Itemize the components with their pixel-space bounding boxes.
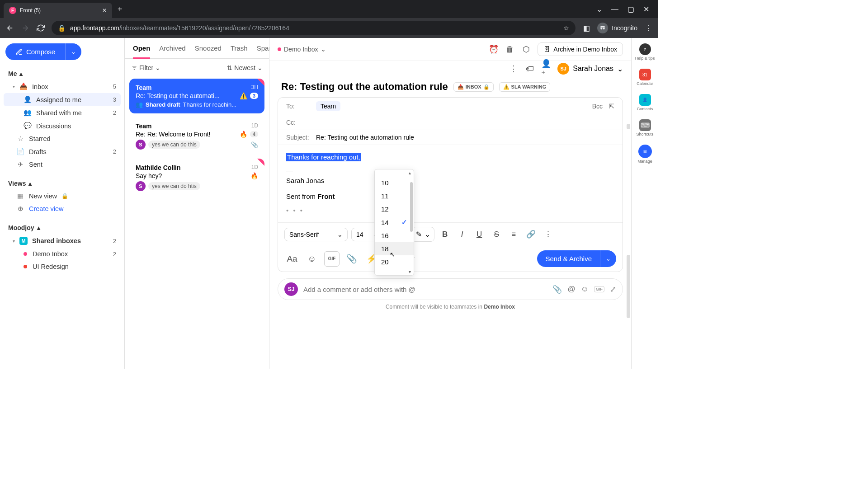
sidebar-item-demo-inbox[interactable]: Demo Inbox 2 xyxy=(4,248,121,260)
sidebar-item-shared-inboxes[interactable]: ▾ M Shared inboxes 2 xyxy=(4,234,121,248)
font-size-option[interactable]: 16 xyxy=(375,229,414,242)
minimize-icon[interactable]: ― xyxy=(611,5,618,14)
tab-trash[interactable]: Trash xyxy=(231,44,248,58)
section-moodjoy[interactable]: Moodjoy ▴ xyxy=(4,221,121,234)
bookmark-icon[interactable]: ☆ xyxy=(563,24,569,32)
attachment-icon[interactable]: 📎 xyxy=(552,285,562,294)
cc-field[interactable]: Cc: xyxy=(278,115,623,130)
archive-button[interactable]: 🗄 Archive in Demo Inbox xyxy=(538,42,623,56)
font-size-option[interactable]: 11 xyxy=(375,189,414,202)
section-views[interactable]: Views ▴ xyxy=(4,177,121,190)
forward-icon[interactable] xyxy=(21,23,30,33)
sidebar-item-sent[interactable]: ✈ Sent xyxy=(4,158,121,171)
trash-icon[interactable]: 🗑 xyxy=(505,44,515,54)
sidebar-item-discussions[interactable]: 💬 Discussions xyxy=(4,119,121,132)
sidebar-item-create-view[interactable]: ⊕ Create view xyxy=(4,202,121,215)
sidebar-item-ui-redesign[interactable]: UI Redesign xyxy=(4,260,121,273)
to-field[interactable]: To: Team Bcc ⇱ xyxy=(278,98,623,115)
maximize-icon[interactable]: ▢ xyxy=(627,5,634,14)
browser-menu-icon[interactable]: ⋮ xyxy=(644,23,653,33)
section-me[interactable]: Me ▴ xyxy=(4,67,121,80)
assignee-selector[interactable]: SJ Sarah Jonas ⌄ xyxy=(557,63,623,75)
reload-icon[interactable] xyxy=(36,23,45,33)
message-body[interactable]: Thanks for reaching out, — Sarah Jonas S… xyxy=(278,145,623,222)
conversation-card[interactable]: Team1D Re: Re: Welcome to Front! 🔥 4 S y… xyxy=(129,117,264,155)
scrollbar[interactable] xyxy=(627,255,630,318)
spam-icon[interactable]: ⬡ xyxy=(521,44,531,54)
inbox-selector[interactable]: Demo Inbox ⌄ xyxy=(278,46,326,53)
inbox-tag[interactable]: 📥 INBOX 🔒 xyxy=(453,82,494,92)
conversation-card[interactable]: Mathilde Collin1D Say hey? 🔥 S yes we ca… xyxy=(129,159,264,197)
italic-icon[interactable]: I xyxy=(455,228,469,241)
more-icon[interactable]: ⋮ xyxy=(509,64,519,74)
rail-help[interactable]: ?Help & tips xyxy=(635,43,655,61)
conversation-list: Open Archived Snoozed Trash Spam Filter … xyxy=(125,38,269,369)
warning-icon: ⚠️ xyxy=(240,92,247,99)
send-archive-button[interactable]: Send & Archive xyxy=(537,250,600,267)
snooze-icon[interactable]: ⏰ xyxy=(489,44,499,54)
avatar: SJ xyxy=(557,63,569,75)
font-size-option[interactable]: 14✓ xyxy=(375,216,414,229)
scroll-down-icon[interactable]: ▾ xyxy=(375,268,414,275)
scrollbar[interactable] xyxy=(410,182,413,232)
comment-input[interactable] xyxy=(303,286,547,293)
sla-tag[interactable]: ⚠️ SLA WARNING xyxy=(499,82,551,92)
tab-close-icon[interactable]: ✕ xyxy=(102,7,107,14)
font-size-option[interactable]: 12 xyxy=(375,202,414,216)
sidebar-item-shared[interactable]: 👥 Shared with me 2 xyxy=(4,106,121,119)
tab-dropdown-icon[interactable]: ⌄ xyxy=(596,5,602,14)
popout-icon[interactable]: ⇱ xyxy=(609,103,614,110)
extensions-icon[interactable]: ◧ xyxy=(582,23,591,33)
send-dropdown[interactable]: ⌄ xyxy=(600,250,616,267)
bold-icon[interactable]: B xyxy=(438,228,452,241)
sidebar-item-new-view[interactable]: ▦ New view 🔒 xyxy=(4,190,121,202)
rail-contacts[interactable]: 👤Contacts xyxy=(637,94,653,111)
expand-icon[interactable]: ⤢ xyxy=(610,285,616,294)
highlight-color-button[interactable]: ✎⌄ xyxy=(412,227,434,242)
url-bar[interactable]: 🔒 app.frontapp.com/inboxes/teammates/156… xyxy=(52,21,576,35)
sidebar-item-assigned[interactable]: 👤 Assigned to me 3 xyxy=(4,93,121,106)
rail-manage[interactable]: ⊞Manage xyxy=(637,145,652,164)
sidebar-item-inbox[interactable]: ▾ 📥 Inbox 5 xyxy=(4,80,121,93)
new-tab-button[interactable]: + xyxy=(118,5,123,14)
assign-icon[interactable]: 👤⁺ xyxy=(541,64,551,74)
sort-button[interactable]: ⇅ Newest ⌄ xyxy=(227,64,263,71)
compose-button[interactable]: Compose xyxy=(5,43,65,60)
strikethrough-icon[interactable]: S xyxy=(490,228,503,241)
tab-archived[interactable]: Archived xyxy=(159,44,185,58)
font-family-select[interactable]: Sans-Serif⌄ xyxy=(284,228,348,241)
more-format-icon[interactable]: ⋮ xyxy=(541,228,555,241)
browser-tab[interactable]: F Front (5) ✕ xyxy=(4,3,112,18)
filter-button[interactable]: Filter ⌄ xyxy=(131,64,160,71)
close-window-icon[interactable]: ✕ xyxy=(643,5,649,14)
gif-icon[interactable]: GIF xyxy=(324,251,340,267)
list-icon[interactable]: ≡ xyxy=(507,228,520,241)
back-icon[interactable] xyxy=(5,23,14,33)
rail-calendar[interactable]: 31Calendar xyxy=(637,69,653,86)
dot-icon xyxy=(278,47,281,51)
bcc-toggle[interactable]: Bcc xyxy=(592,103,603,110)
emoji-icon[interactable]: ☺ xyxy=(581,285,589,294)
font-size-option[interactable]: 10 xyxy=(375,176,414,189)
scroll-up-icon[interactable]: ▴ xyxy=(375,169,414,176)
compose-dropdown[interactable]: ⌄ xyxy=(65,43,81,60)
attachment-icon[interactable]: 📎 xyxy=(344,251,359,267)
sidebar-item-drafts[interactable]: 📄 Drafts 2 xyxy=(4,145,121,158)
link-icon[interactable]: 🔗 xyxy=(524,228,538,241)
subject-field[interactable]: Subject: Re: Testing out the automation … xyxy=(278,130,623,145)
rail-shortcuts[interactable]: ⌨Shortcuts xyxy=(636,119,653,136)
text-style-icon[interactable]: Aa xyxy=(284,251,300,267)
comment-bar[interactable]: SJ 📎 @ ☺ GIF ⤢ xyxy=(278,278,623,300)
mention-icon[interactable]: @ xyxy=(567,285,575,294)
recipient-chip[interactable]: Team xyxy=(316,101,340,111)
conversation-card[interactable]: Team3H Re: Testing out the automati... ⚠… xyxy=(129,79,264,113)
tab-snoozed[interactable]: Snoozed xyxy=(195,44,222,58)
tag-icon[interactable]: 🏷 xyxy=(525,64,535,74)
emoji-icon[interactable]: ☺ xyxy=(304,251,320,267)
sidebar-item-starred[interactable]: ☆ Starred xyxy=(4,132,121,145)
gif-icon[interactable]: GIF xyxy=(594,286,604,292)
underline-icon[interactable]: U xyxy=(472,228,486,241)
scrollbar[interactable] xyxy=(627,124,630,129)
show-trimmed[interactable]: • • • xyxy=(286,206,614,214)
tab-open[interactable]: Open xyxy=(133,44,150,59)
